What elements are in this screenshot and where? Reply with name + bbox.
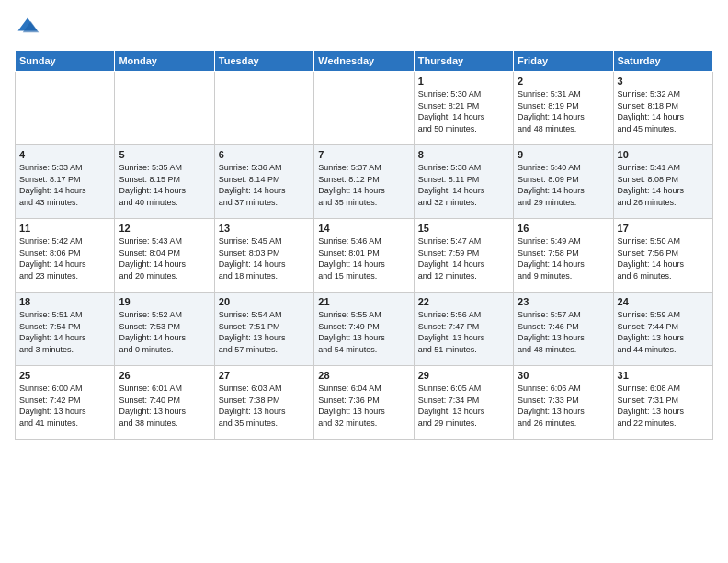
- day-number: 31: [618, 370, 709, 381]
- day-number: 28: [318, 370, 409, 381]
- weekday-header: Saturday: [613, 51, 712, 72]
- header: [15, 15, 713, 40]
- day-content: Sunrise: 6:01 AM Sunset: 7:40 PM Dayligh…: [119, 383, 210, 429]
- calendar-week-row: 4Sunrise: 5:33 AM Sunset: 8:17 PM Daylig…: [16, 145, 713, 219]
- calendar-cell: 20Sunrise: 5:54 AM Sunset: 7:51 PM Dayli…: [214, 293, 313, 366]
- calendar-body: 1Sunrise: 5:30 AM Sunset: 8:21 PM Daylig…: [16, 72, 713, 440]
- calendar-week-row: 11Sunrise: 5:42 AM Sunset: 8:06 PM Dayli…: [16, 219, 713, 293]
- calendar-cell: 29Sunrise: 6:05 AM Sunset: 7:34 PM Dayli…: [414, 366, 513, 440]
- calendar-cell: 28Sunrise: 6:04 AM Sunset: 7:36 PM Dayli…: [314, 366, 414, 440]
- day-number: 25: [19, 370, 110, 381]
- calendar-cell: 8Sunrise: 5:38 AM Sunset: 8:11 PM Daylig…: [414, 145, 513, 219]
- day-content: Sunrise: 6:05 AM Sunset: 7:34 PM Dayligh…: [418, 383, 509, 429]
- day-number: 10: [618, 149, 709, 160]
- day-number: 18: [19, 296, 110, 307]
- day-number: 15: [418, 223, 509, 234]
- calendar-cell: 5Sunrise: 5:35 AM Sunset: 8:15 PM Daylig…: [115, 145, 214, 219]
- calendar-header: SundayMondayTuesdayWednesdayThursdayFrid…: [16, 51, 713, 72]
- header-row: SundayMondayTuesdayWednesdayThursdayFrid…: [16, 51, 713, 72]
- day-content: Sunrise: 6:00 AM Sunset: 7:42 PM Dayligh…: [19, 383, 110, 429]
- day-number: 9: [518, 149, 609, 160]
- calendar-cell: 23Sunrise: 5:57 AM Sunset: 7:46 PM Dayli…: [514, 293, 613, 366]
- day-number: 17: [618, 223, 709, 234]
- day-number: 23: [518, 296, 609, 307]
- day-number: 7: [318, 149, 409, 160]
- day-number: 20: [219, 296, 310, 307]
- day-content: Sunrise: 5:37 AM Sunset: 8:12 PM Dayligh…: [318, 162, 409, 208]
- calendar-week-row: 25Sunrise: 6:00 AM Sunset: 7:42 PM Dayli…: [16, 366, 713, 440]
- day-number: 30: [518, 370, 609, 381]
- day-number: 14: [318, 223, 409, 234]
- day-number: 13: [219, 223, 310, 234]
- weekday-header: Sunday: [16, 51, 115, 72]
- calendar-cell: 26Sunrise: 6:01 AM Sunset: 7:40 PM Dayli…: [115, 366, 214, 440]
- day-number: 3: [618, 75, 709, 86]
- calendar-cell: 2Sunrise: 5:31 AM Sunset: 8:19 PM Daylig…: [514, 72, 613, 145]
- day-number: 19: [119, 296, 210, 307]
- weekday-header: Monday: [115, 51, 214, 72]
- day-content: Sunrise: 5:49 AM Sunset: 7:58 PM Dayligh…: [518, 236, 609, 282]
- logo: [15, 15, 44, 40]
- day-content: Sunrise: 5:59 AM Sunset: 7:44 PM Dayligh…: [618, 309, 709, 355]
- calendar-cell: 15Sunrise: 5:47 AM Sunset: 7:59 PM Dayli…: [414, 219, 513, 293]
- day-number: 5: [119, 149, 210, 160]
- calendar-cell: 10Sunrise: 5:41 AM Sunset: 8:08 PM Dayli…: [613, 145, 712, 219]
- calendar-cell: 3Sunrise: 5:32 AM Sunset: 8:18 PM Daylig…: [613, 72, 712, 145]
- day-number: 24: [618, 296, 709, 307]
- weekday-header: Tuesday: [214, 51, 313, 72]
- day-content: Sunrise: 5:45 AM Sunset: 8:03 PM Dayligh…: [219, 236, 310, 282]
- day-content: Sunrise: 5:47 AM Sunset: 7:59 PM Dayligh…: [418, 236, 509, 282]
- day-content: Sunrise: 5:56 AM Sunset: 7:47 PM Dayligh…: [418, 309, 509, 355]
- day-number: 11: [19, 223, 110, 234]
- day-content: Sunrise: 5:33 AM Sunset: 8:17 PM Dayligh…: [19, 162, 110, 208]
- day-content: Sunrise: 5:35 AM Sunset: 8:15 PM Dayligh…: [119, 162, 210, 208]
- calendar-week-row: 18Sunrise: 5:51 AM Sunset: 7:54 PM Dayli…: [16, 293, 713, 366]
- day-content: Sunrise: 5:51 AM Sunset: 7:54 PM Dayligh…: [19, 309, 110, 355]
- weekday-header: Thursday: [414, 51, 513, 72]
- calendar-cell: [214, 72, 313, 145]
- calendar-table: SundayMondayTuesdayWednesdayThursdayFrid…: [15, 50, 713, 440]
- day-content: Sunrise: 6:03 AM Sunset: 7:38 PM Dayligh…: [219, 383, 310, 429]
- calendar-week-row: 1Sunrise: 5:30 AM Sunset: 8:21 PM Daylig…: [16, 72, 713, 145]
- calendar-cell: 14Sunrise: 5:46 AM Sunset: 8:01 PM Dayli…: [314, 219, 414, 293]
- calendar-cell: 27Sunrise: 6:03 AM Sunset: 7:38 PM Dayli…: [214, 366, 313, 440]
- day-number: 12: [119, 223, 210, 234]
- day-content: Sunrise: 5:55 AM Sunset: 7:49 PM Dayligh…: [318, 309, 409, 355]
- calendar-cell: 13Sunrise: 5:45 AM Sunset: 8:03 PM Dayli…: [214, 219, 313, 293]
- calendar-cell: 16Sunrise: 5:49 AM Sunset: 7:58 PM Dayli…: [514, 219, 613, 293]
- day-content: Sunrise: 5:52 AM Sunset: 7:53 PM Dayligh…: [119, 309, 210, 355]
- weekday-header: Wednesday: [314, 51, 414, 72]
- day-number: 16: [518, 223, 609, 234]
- calendar-cell: 12Sunrise: 5:43 AM Sunset: 8:04 PM Dayli…: [115, 219, 214, 293]
- day-content: Sunrise: 5:30 AM Sunset: 8:21 PM Dayligh…: [418, 88, 509, 134]
- calendar-cell: 25Sunrise: 6:00 AM Sunset: 7:42 PM Dayli…: [16, 366, 115, 440]
- calendar-cell: 22Sunrise: 5:56 AM Sunset: 7:47 PM Dayli…: [414, 293, 513, 366]
- day-content: Sunrise: 5:32 AM Sunset: 8:18 PM Dayligh…: [618, 88, 709, 134]
- calendar-cell: 31Sunrise: 6:08 AM Sunset: 7:31 PM Dayli…: [613, 366, 712, 440]
- day-content: Sunrise: 5:57 AM Sunset: 7:46 PM Dayligh…: [518, 309, 609, 355]
- calendar-cell: 11Sunrise: 5:42 AM Sunset: 8:06 PM Dayli…: [16, 219, 115, 293]
- day-content: Sunrise: 5:31 AM Sunset: 8:19 PM Dayligh…: [518, 88, 609, 134]
- day-content: Sunrise: 5:36 AM Sunset: 8:14 PM Dayligh…: [219, 162, 310, 208]
- calendar-cell: 18Sunrise: 5:51 AM Sunset: 7:54 PM Dayli…: [16, 293, 115, 366]
- day-content: Sunrise: 5:38 AM Sunset: 8:11 PM Dayligh…: [418, 162, 509, 208]
- calendar-cell: 1Sunrise: 5:30 AM Sunset: 8:21 PM Daylig…: [414, 72, 513, 145]
- weekday-header: Friday: [514, 51, 613, 72]
- logo-icon: [15, 15, 40, 40]
- day-number: 4: [19, 149, 110, 160]
- calendar-cell: 6Sunrise: 5:36 AM Sunset: 8:14 PM Daylig…: [214, 145, 313, 219]
- calendar-cell: 17Sunrise: 5:50 AM Sunset: 7:56 PM Dayli…: [613, 219, 712, 293]
- day-content: Sunrise: 6:06 AM Sunset: 7:33 PM Dayligh…: [518, 383, 609, 429]
- day-content: Sunrise: 5:50 AM Sunset: 7:56 PM Dayligh…: [618, 236, 709, 282]
- calendar-cell: 24Sunrise: 5:59 AM Sunset: 7:44 PM Dayli…: [613, 293, 712, 366]
- calendar-cell: 21Sunrise: 5:55 AM Sunset: 7:49 PM Dayli…: [314, 293, 414, 366]
- calendar-cell: 19Sunrise: 5:52 AM Sunset: 7:53 PM Dayli…: [115, 293, 214, 366]
- day-number: 6: [219, 149, 310, 160]
- calendar-cell: [314, 72, 414, 145]
- day-number: 8: [418, 149, 509, 160]
- day-number: 26: [119, 370, 210, 381]
- calendar-cell: 4Sunrise: 5:33 AM Sunset: 8:17 PM Daylig…: [16, 145, 115, 219]
- day-number: 27: [219, 370, 310, 381]
- calendar-cell: 7Sunrise: 5:37 AM Sunset: 8:12 PM Daylig…: [314, 145, 414, 219]
- page: SundayMondayTuesdayWednesdayThursdayFrid…: [0, 0, 728, 563]
